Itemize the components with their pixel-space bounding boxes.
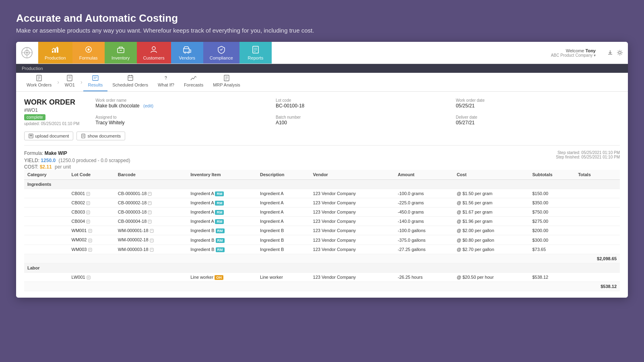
wo-batch-value: A100 [276,120,440,125]
table-row: CB004 CB-000004-18 Ingredient A RM Ingre… [24,217,620,226]
nav-item-formulas[interactable]: Formulas [72,42,105,64]
sub-nav-forecasts[interactable]: Forecasts [179,73,208,91]
breadcrumb-sep-2: › [80,79,83,85]
table-subtotal-row: $2,098.65 [24,254,620,263]
svg-rect-27 [93,76,98,80]
upload-icon [29,134,33,138]
yield-value: 1250.0 [41,158,56,163]
doc-buttons: upload document show documents [24,132,620,140]
nav-welcome: Welcome Tony ABC Product Company ▾ [545,42,602,64]
work-order-header: WORK ORDER #WO1 complete updated: 05/25/… [24,98,620,126]
formula-name: Make WIP [45,150,67,156]
svg-point-34 [166,79,167,80]
formula-label: Formula: [24,150,43,156]
top-nav: Production Formulas Inventory Customers … [16,42,628,64]
svg-point-19 [619,51,621,54]
sub-nav-mrp-analysis[interactable]: MRP Analysis [208,73,245,91]
svg-rect-41 [82,134,85,138]
svg-rect-72 [150,239,153,242]
svg-rect-47 [148,192,151,195]
svg-rect-6 [54,49,56,53]
nav-item-compliance[interactable]: Compliance [203,42,239,64]
svg-rect-44 [87,192,90,195]
document-icon [81,134,86,138]
main-content: WORK ORDER #WO1 complete updated: 05/25/… [16,92,628,298]
breadcrumb-sep-1: › [57,79,59,85]
svg-rect-79 [87,276,90,279]
sub-nav-wo1[interactable]: WO1 [60,73,80,91]
nav-items: Production Formulas Inventory Customers … [38,42,545,64]
table-header-row: Category Lot Code Barcode Inventory Item… [24,170,620,180]
formula-section: Formula: Make WIP YIELD: 1250.0 (1250.0 … [24,150,620,170]
show-documents-button[interactable]: show documents [76,132,125,140]
table-row: WM002 WM-000002-18 Ingredient B RM Ingre… [24,235,620,245]
sub-nav-results[interactable]: Results [83,73,108,91]
table-subtotal-row: $538.12 [24,282,620,291]
svg-rect-67 [150,229,153,232]
sub-nav-scheduled-orders[interactable]: Scheduled Orders [107,73,153,91]
svg-rect-52 [148,202,151,205]
table-row: CB002 CB-000002-18 Ingredient A RM Ingre… [24,198,620,208]
data-table: Category Lot Code Barcode Inventory Item… [24,170,620,291]
settings-icon[interactable] [617,49,623,56]
breadcrumb-bar: Production [16,64,628,73]
wo-lot-group: Lot code BC-00100-18 Batch number A100 [276,98,440,126]
wo-date-group: Work order date 05/25/21 Deliver date 05… [456,98,620,126]
wo-deliver-value: 05/27/21 [456,120,620,125]
svg-rect-7 [57,47,58,53]
cost-value: $2.11 [40,164,52,170]
nav-item-production[interactable]: Production [38,42,72,64]
svg-point-11 [152,47,155,50]
table-row: CB003 CB-000003-18 Ingredient A RM Ingre… [24,208,620,217]
table-row: WM001 WM-000001-18 Ingredient B RM Ingre… [24,226,620,235]
nav-item-reports[interactable]: Reports [239,42,272,64]
app-container: Production Formulas Inventory Customers … [16,42,628,298]
sub-nav: Work Orders › WO1 › Results Scheduled Or… [16,73,628,91]
wo-updated: updated: 05/25/2021 01:10 PM [24,121,79,126]
wo-date-value: 05/25/21 [456,103,620,109]
cost-unit: per unit [55,164,71,170]
svg-rect-62 [148,220,151,223]
svg-rect-49 [87,202,90,205]
status-badge: complete [24,114,45,120]
wo-id: #WO1 [24,107,79,113]
svg-rect-64 [89,229,92,232]
wo-lot-code-value: BC-00100-18 [276,103,440,109]
svg-rect-77 [150,248,153,251]
nav-item-vendors[interactable]: Vendors [171,42,203,64]
sub-nav-what-if[interactable]: What If? [153,73,179,91]
upload-document-button[interactable]: upload document [24,132,73,140]
page-subheading: Make or assemble products any way you wa… [16,27,628,34]
svg-rect-5 [52,51,54,53]
nav-item-inventory[interactable]: Inventory [105,42,137,64]
table-section-header: Ingredients [24,180,620,189]
table-row: LW001 Line worker OH Line worker 123 Ven… [24,272,620,282]
wo-name-group: Work order name Make bulk chocolate (edi… [95,98,260,126]
download-icon[interactable] [607,49,613,56]
svg-rect-54 [87,211,90,214]
svg-rect-74 [89,248,92,251]
wo-assigned-value: Tracy Whitely [95,120,260,125]
svg-rect-59 [87,220,90,223]
wo-name-value: Make bulk chocolate [95,103,139,109]
svg-rect-30 [128,76,133,80]
yield-detail: (1250.0 produced - 0.0 scrapped) [58,158,130,163]
sub-nav-work-orders[interactable]: Work Orders [22,73,56,91]
svg-rect-69 [89,239,92,242]
cost-label: COST: [24,164,38,170]
wo-title: WORK ORDER [24,98,79,107]
wo-info-block: WORK ORDER #WO1 complete updated: 05/25/… [24,98,79,126]
table-row: WM003 WM-000003-18 Ingredient B RM Ingre… [24,245,620,254]
divider-1 [24,145,620,146]
step-times: Step started: 05/25/2021 01:10 PM Step f… [556,150,620,159]
yield-label: YIELD: [24,158,39,163]
wo-name-edit-link[interactable]: (edit) [143,103,153,108]
page-heading: Accurate and Automatic Costing [16,12,628,25]
nav-logo[interactable] [16,42,38,64]
nav-actions [602,42,628,64]
nav-item-customers[interactable]: Customers [137,42,171,64]
table-row: CB001 CB-000001-18 Ingredient A RM Ingre… [24,189,620,198]
svg-rect-57 [148,211,151,214]
table-section-header: Labor [24,263,620,272]
